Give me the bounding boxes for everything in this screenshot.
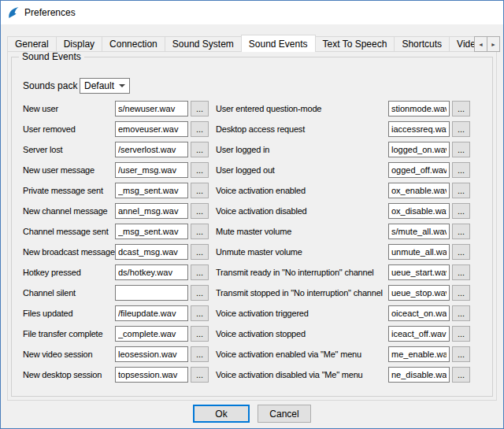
preferences-dialog: Preferences GeneralDisplayConnectionSoun… <box>0 0 504 429</box>
event-label: New video session <box>23 349 115 359</box>
sound-events-grid: New user ... User entered question-mode … <box>23 98 483 385</box>
event-label: Channel silent <box>23 288 115 298</box>
tab-display[interactable]: Display <box>56 36 102 52</box>
window-title: Preferences <box>24 7 76 18</box>
event-label: Desktop access request <box>211 124 388 134</box>
tab-bar: GeneralDisplayConnectionSound SystemSoun… <box>7 35 500 52</box>
event-label: New broadcast message <box>23 247 115 257</box>
browse-button[interactable]: ... <box>452 203 470 219</box>
tab-sound-system[interactable]: Sound System <box>165 36 242 52</box>
browse-button[interactable]: ... <box>452 264 470 280</box>
event-label: Files updated <box>23 309 115 318</box>
browse-button[interactable]: ... <box>452 285 470 301</box>
sound-events-groupbox: Sound Events Sounds pack Default New use… <box>11 57 493 397</box>
event-label: New user message <box>23 165 115 175</box>
tab-scroll-left-button[interactable]: ◄ <box>474 36 487 52</box>
groupbox-title: Sound Events <box>19 51 84 62</box>
browse-button[interactable]: ... <box>191 162 209 178</box>
event-label: Mute master volume <box>211 227 388 236</box>
browse-button[interactable]: ... <box>191 224 209 239</box>
browse-button[interactable]: ... <box>452 367 470 383</box>
browse-button[interactable]: ... <box>452 326 470 342</box>
browse-button[interactable]: ... <box>191 142 209 157</box>
browse-button[interactable]: ... <box>452 121 470 137</box>
sound-file-input[interactable] <box>115 264 188 280</box>
browse-button[interactable]: ... <box>452 244 470 260</box>
sound-file-input[interactable] <box>115 203 188 219</box>
tab-text-to-speech[interactable]: Text To Speech <box>315 36 395 52</box>
sound-file-input[interactable] <box>115 285 188 301</box>
browse-button[interactable]: ... <box>191 203 209 219</box>
sounds-pack-label: Sounds pack <box>23 80 80 91</box>
sound-file-input[interactable] <box>388 121 450 137</box>
sound-file-input[interactable] <box>388 101 450 116</box>
sound-file-input[interactable] <box>115 305 188 321</box>
sound-file-input[interactable] <box>115 346 188 362</box>
sounds-pack-row: Sounds pack Default <box>23 78 483 94</box>
tab-sound-events[interactable]: Sound Events <box>241 35 316 52</box>
browse-button[interactable]: ... <box>452 101 470 116</box>
sound-file-input[interactable] <box>115 142 188 157</box>
browse-button[interactable]: ... <box>452 183 470 198</box>
event-label: New user <box>23 104 115 113</box>
event-label: File transfer complete <box>23 329 115 338</box>
sound-file-input[interactable] <box>388 305 450 321</box>
browse-button[interactable]: ... <box>452 142 470 157</box>
sound-file-input[interactable] <box>388 224 450 239</box>
browse-button[interactable]: ... <box>452 346 470 362</box>
event-label: Unmute master volume <box>211 247 388 257</box>
sounds-pack-select[interactable]: Default <box>80 78 130 94</box>
sound-file-input[interactable] <box>388 203 450 219</box>
browse-button[interactable]: ... <box>191 101 209 116</box>
sound-file-input[interactable] <box>388 142 450 157</box>
browse-button[interactable]: ... <box>191 305 209 321</box>
browse-button[interactable]: ... <box>191 121 209 137</box>
sound-file-input[interactable] <box>388 183 450 198</box>
sound-file-input[interactable] <box>115 183 188 198</box>
event-label: Server lost <box>23 145 115 154</box>
browse-button[interactable]: ... <box>452 224 470 239</box>
browse-button[interactable]: ... <box>191 244 209 260</box>
browse-button[interactable]: ... <box>191 346 209 362</box>
browse-button[interactable]: ... <box>452 305 470 321</box>
event-label: User entered question-mode <box>211 104 388 113</box>
tab-scroll-right-button[interactable]: ► <box>487 36 500 52</box>
tab-shortcuts[interactable]: Shortcuts <box>394 36 450 52</box>
app-logo-icon <box>7 6 20 19</box>
sound-file-input[interactable] <box>388 162 450 178</box>
sound-file-input[interactable] <box>388 285 450 301</box>
browse-button[interactable]: ... <box>191 326 209 342</box>
event-label: User removed <box>23 124 115 134</box>
tab-connection[interactable]: Connection <box>102 36 165 52</box>
sound-file-input[interactable] <box>115 367 188 383</box>
event-label: New channel message <box>23 206 115 216</box>
sound-file-input[interactable] <box>388 346 450 362</box>
event-label: Voice activation enabled <box>211 186 388 195</box>
sound-file-input[interactable] <box>388 244 450 260</box>
sound-file-input[interactable] <box>388 367 450 383</box>
browse-button[interactable]: ... <box>452 162 470 178</box>
ok-button[interactable]: Ok <box>193 405 250 423</box>
event-label: New desktop session <box>23 370 115 379</box>
sound-file-input[interactable] <box>388 326 450 342</box>
sound-file-input[interactable] <box>115 101 188 116</box>
browse-button[interactable]: ... <box>191 183 209 198</box>
tab-general[interactable]: General <box>7 36 57 52</box>
browse-button[interactable]: ... <box>191 285 209 301</box>
sounds-pack-value: Default <box>84 80 114 91</box>
arrow-right-icon: ► <box>491 42 496 47</box>
browse-button[interactable]: ... <box>191 264 209 280</box>
sound-file-input[interactable] <box>115 326 188 342</box>
browse-button[interactable]: ... <box>191 367 209 383</box>
event-label: Voice activation enabled via "Me" menu <box>211 349 388 359</box>
sound-file-input[interactable] <box>115 162 188 178</box>
cancel-button[interactable]: Cancel <box>258 405 311 423</box>
sound-file-input[interactable] <box>115 121 188 137</box>
sound-file-input[interactable] <box>115 224 188 239</box>
event-label: Transmit stopped in "No interruption" ch… <box>211 288 388 298</box>
sound-file-input[interactable] <box>388 264 450 280</box>
arrow-left-icon: ◄ <box>478 42 484 47</box>
event-label: User logged in <box>211 145 388 154</box>
sound-file-input[interactable] <box>115 244 188 260</box>
event-label: Hotkey pressed <box>23 268 115 277</box>
